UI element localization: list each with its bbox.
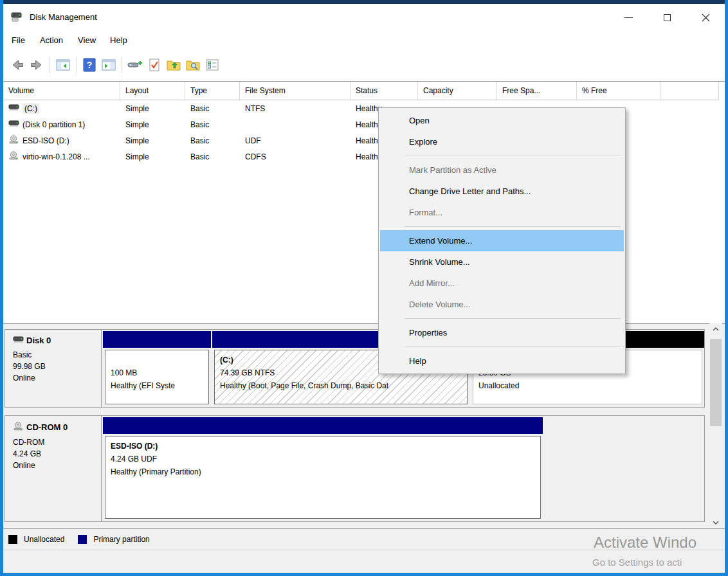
cdrom0-row: CD-ROM 0 CD-ROM 4.24 GB Online ESD-ISO (… [5, 415, 705, 522]
partition-status: Healthy (Primary Partition) [111, 465, 540, 478]
check-document-button[interactable] [145, 56, 164, 74]
column-header-type[interactable]: Type [185, 82, 240, 100]
minimize-icon [624, 17, 633, 18]
partition-name [111, 354, 208, 366]
menu-view[interactable]: View [71, 31, 103, 50]
partition-status: Unallocated [478, 379, 702, 392]
volume-name: ESD-ISO (D:) [23, 136, 69, 145]
action-pane-icon [101, 57, 116, 73]
menu-separator [379, 343, 625, 350]
show-console-tree-button[interactable] [53, 56, 73, 74]
volume-list-header: Volume Layout Type File System Status Ca… [3, 82, 725, 100]
window-border-bottom [0, 573, 728, 576]
column-header-free-space[interactable]: Free Spa... [497, 82, 577, 100]
menu-action[interactable]: Action [32, 31, 71, 50]
app-icon [10, 11, 23, 24]
cd-icon [13, 422, 24, 433]
legend-primary-label: Primary partition [93, 535, 149, 544]
toolbar-separator [76, 57, 77, 73]
help-icon: ? [82, 57, 96, 73]
back-icon [10, 57, 25, 73]
context-menu: Open Explore Mark Partition as Active Ch… [378, 107, 626, 374]
toolbar-separator [50, 57, 50, 73]
disk-icon [8, 104, 19, 113]
menu-item-mark-partition-active: Mark Partition as Active [379, 159, 625, 181]
menu-item-shrink-volume[interactable]: Shrink Volume... [379, 251, 625, 273]
volume-fs: CDFS [240, 152, 350, 161]
vertical-scrollbar[interactable] [709, 323, 722, 528]
menu-help[interactable]: Help [103, 31, 134, 50]
disk-state: Online [13, 372, 101, 384]
column-header-percent-free[interactable]: % Free [577, 82, 660, 100]
checklist-icon [205, 57, 220, 73]
cd-icon [8, 151, 19, 162]
disk-kind: CD-ROM [13, 437, 101, 448]
close-icon [702, 14, 710, 22]
forward-button[interactable] [27, 56, 46, 74]
menu-file[interactable]: File [5, 31, 32, 50]
menu-item-open[interactable]: Open [379, 110, 625, 131]
checklist-button[interactable] [203, 56, 222, 74]
menu-item-add-mirror: Add Mirror... [379, 273, 625, 294]
menu-separator [379, 223, 625, 230]
folder-search-button[interactable] [183, 56, 203, 74]
menu-item-properties[interactable]: Properties [379, 322, 625, 343]
disk-state: Online [13, 460, 101, 471]
menu-bar: File Action View Help [3, 31, 725, 50]
column-header-status[interactable]: Status [350, 82, 418, 100]
toolbar: ? [3, 50, 725, 80]
scrollbar-thumb[interactable] [710, 339, 722, 426]
partition-efi[interactable]: 100 MB Healthy (EFI Syste [103, 330, 211, 407]
partition-bar [103, 417, 543, 434]
device-rescan-icon [127, 57, 143, 73]
menu-item-change-drive-letter[interactable]: Change Drive Letter and Paths... [379, 181, 625, 202]
volume-type: Basic [185, 136, 240, 145]
partition-esd-iso[interactable]: ESD-ISO (D:) 4.24 GB UDF Healthy (Primar… [103, 416, 543, 521]
menu-item-format: Format... [379, 202, 625, 223]
volume-name: (Disk 0 partition 1) [23, 120, 85, 129]
menu-item-extend-volume[interactable]: Extend Volume... [380, 230, 624, 251]
scroll-down-button[interactable] [709, 517, 722, 528]
column-header-empty [660, 82, 719, 100]
partition-name: ESD-ISO (D:) [111, 440, 540, 453]
partition-size: 4.24 GB UDF [111, 453, 540, 465]
partition-size: 100 MB [111, 366, 208, 379]
close-button[interactable] [686, 4, 725, 31]
minimize-button[interactable] [609, 4, 648, 31]
window-border-top [0, 0, 728, 4]
menu-item-explore[interactable]: Explore [379, 131, 625, 152]
disk0-label[interactable]: Disk 0 Basic 99.98 GB Online [5, 330, 102, 407]
cdrom0-label[interactable]: CD-ROM 0 CD-ROM 4.24 GB Online [5, 416, 102, 521]
window-border-left [0, 0, 3, 576]
folder-up-button[interactable] [164, 56, 183, 74]
disk-size: 99.98 GB [13, 361, 101, 372]
maximize-button[interactable] [648, 4, 686, 31]
column-header-layout[interactable]: Layout [120, 82, 185, 100]
legend-bar: Unallocated Primary partition [3, 528, 725, 550]
help-button[interactable]: ? [80, 56, 99, 74]
volume-name: virtio-win-0.1.208 ... [23, 152, 90, 161]
partition-status: Healthy (Boot, Page File, Crash Dump, Ba… [220, 379, 467, 392]
legend-unallocated-label: Unallocated [24, 535, 64, 544]
volume-fs: UDF [240, 136, 350, 145]
back-button[interactable] [8, 56, 27, 74]
volume-layout: Simple [120, 152, 185, 161]
volume-type: Basic [185, 152, 240, 161]
menu-item-help[interactable]: Help [379, 350, 625, 372]
disk-name: Disk 0 [26, 336, 51, 345]
column-header-capacity[interactable]: Capacity [418, 82, 497, 100]
disk-management-window: Disk Management File Action View Help [0, 0, 728, 576]
column-header-file-system[interactable]: File System [240, 82, 350, 100]
show-action-pane-button[interactable] [99, 56, 118, 74]
primary-partition-swatch [78, 535, 87, 544]
scroll-up-button[interactable] [709, 323, 722, 335]
volume-layout: Simple [120, 120, 185, 129]
volume-layout: Simple [120, 104, 185, 113]
chevron-up-icon [713, 327, 719, 331]
disk-icon [13, 336, 24, 345]
column-header-volume[interactable]: Volume [3, 82, 120, 100]
rescan-disks-button[interactable] [125, 56, 145, 74]
volume-type: Basic [185, 120, 240, 129]
svg-text:?: ? [87, 60, 93, 70]
disk-size: 4.24 GB [13, 448, 101, 460]
